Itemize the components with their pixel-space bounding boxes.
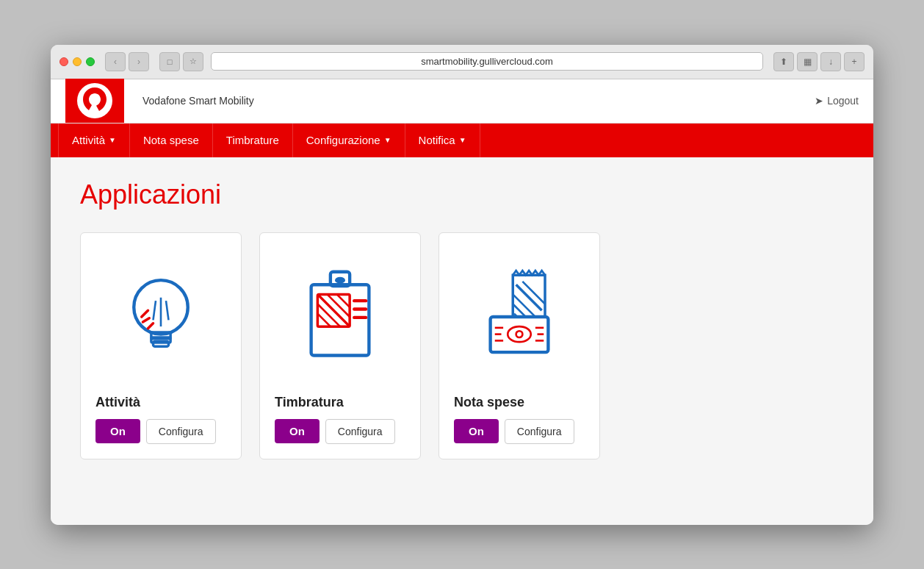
nav-nota-spese-label: Nota spese: [143, 134, 199, 146]
app-header: Vodafone Smart Mobility ➤ Logout: [51, 79, 873, 124]
nav-nota-spese[interactable]: Nota spese: [130, 124, 213, 157]
dot-yellow[interactable]: [73, 57, 82, 66]
nav-configurazione[interactable]: Configurazione ▼: [293, 124, 405, 157]
browser-nav: ‹ ›: [105, 52, 149, 71]
vodafone-logo: [76, 82, 114, 120]
timbratura-icon-area: [275, 251, 405, 383]
forward-button[interactable]: ›: [129, 52, 149, 71]
timbratura-icon: [289, 265, 391, 368]
browser-actions: ⬆ ▦ ↓ +: [773, 52, 865, 71]
nav-configurazione-arrow: ▼: [384, 136, 391, 144]
svg-line-8: [166, 301, 169, 320]
address-bar[interactable]: smartmobility.gullivercloud.com: [211, 52, 763, 71]
header-left: Vodafone Smart Mobility: [65, 79, 254, 123]
logout-icon: ➤: [815, 95, 823, 107]
nav-notifica-arrow: ▼: [459, 136, 466, 144]
attivita-actions: On Configura: [95, 419, 216, 444]
nota-spese-icon-area: [454, 251, 585, 383]
svg-line-7: [154, 301, 156, 320]
nav-notifica-label: Notifica: [419, 134, 455, 146]
timbratura-on-button[interactable]: On: [275, 419, 320, 443]
nota-spese-icon: [468, 265, 571, 368]
attivita-configura-button[interactable]: Configura: [146, 419, 216, 444]
timbratura-configura-button[interactable]: Configura: [325, 419, 395, 444]
browser-window: ‹ › □ ☆ smartmobility.gullivercloud.com …: [51, 45, 873, 525]
main-area: Applicazioni: [51, 157, 873, 525]
back-button[interactable]: ‹: [105, 52, 126, 71]
attivita-title: Attività: [95, 395, 140, 410]
nota-spese-title: Nota spese: [454, 395, 524, 410]
card-attivita: Attività On Configura: [80, 232, 242, 459]
attivita-on-button[interactable]: On: [95, 419, 140, 443]
duplicate-button[interactable]: ▦: [797, 52, 817, 71]
logout-button[interactable]: ➤ Logout: [815, 95, 859, 107]
nota-spese-configura-button[interactable]: Configura: [505, 419, 574, 444]
timbratura-actions: On Configura: [275, 419, 395, 444]
new-tab-button[interactable]: +: [844, 52, 865, 71]
browser-tabs: □ ☆: [159, 52, 203, 71]
timbratura-title: Timbratura: [275, 395, 344, 410]
card-timbratura: Timbratura On Configura: [259, 232, 421, 459]
nav-timbrature[interactable]: Timbrature: [213, 124, 293, 157]
nav-attivita-label: Attività: [72, 134, 105, 146]
navbar: Attività ▼ Nota spese Timbrature Configu…: [51, 124, 873, 157]
tab-star-button[interactable]: ☆: [183, 52, 203, 71]
share-button[interactable]: ⬆: [773, 52, 794, 71]
svg-line-11: [148, 323, 154, 328]
logout-label: Logout: [827, 95, 859, 107]
attivita-icon-area: [95, 251, 226, 383]
download-button[interactable]: ↓: [820, 52, 841, 71]
tab-display-button[interactable]: □: [159, 52, 180, 71]
browser-dots: [59, 57, 95, 66]
nav-configurazione-label: Configurazione: [306, 134, 380, 146]
attivita-icon: [109, 265, 212, 368]
browser-titlebar: ‹ › □ ☆ smartmobility.gullivercloud.com …: [51, 45, 873, 79]
svg-line-16: [317, 294, 350, 326]
dot-red[interactable]: [59, 57, 68, 66]
nav-notifica[interactable]: Notifica ▼: [405, 124, 480, 157]
svg-rect-13: [335, 276, 345, 283]
brand-name: Vodafone Smart Mobility: [142, 95, 254, 107]
cards-row: Attività On Configura: [80, 232, 844, 459]
nav-attivita-arrow: ▼: [109, 136, 116, 144]
nav-timbrature-label: Timbrature: [226, 134, 279, 146]
svg-line-9: [142, 310, 148, 317]
svg-line-10: [143, 318, 150, 321]
page-title: Applicazioni: [80, 179, 844, 210]
dot-green[interactable]: [86, 57, 95, 66]
nota-spese-on-button[interactable]: On: [454, 419, 499, 443]
nota-spese-actions: On Configura: [454, 419, 574, 444]
nav-attivita[interactable]: Attività ▼: [58, 124, 130, 157]
page-content: Vodafone Smart Mobility ➤ Logout Attivit…: [51, 79, 873, 525]
card-nota-spese: Nota spese On Configura: [438, 232, 600, 459]
